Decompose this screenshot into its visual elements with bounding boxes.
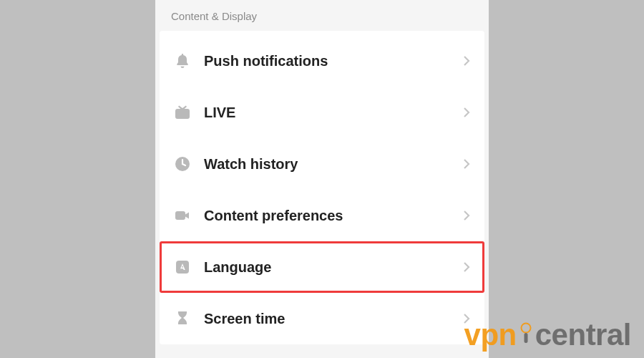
lightbulb-icon	[518, 321, 534, 349]
row-live[interactable]: LIVE	[160, 87, 484, 138]
row-label: Content preferences	[192, 208, 460, 224]
chevron-right-icon	[460, 106, 473, 119]
language-icon	[172, 257, 192, 277]
chevron-right-icon	[460, 312, 473, 325]
section-header-content-display: Content & Display	[155, 0, 489, 25]
row-screen-time[interactable]: Screen time	[160, 293, 484, 344]
watermark-part-central: central	[535, 318, 631, 352]
row-content-preferences[interactable]: Content preferences	[160, 190, 484, 241]
video-icon	[172, 205, 192, 226]
settings-panel: Push notifications LIVE Watch history	[160, 31, 484, 344]
bell-icon	[172, 51, 192, 71]
svg-point-3	[521, 324, 530, 333]
clock-icon	[172, 154, 192, 174]
hourglass-icon	[172, 309, 192, 329]
chevron-right-icon	[460, 209, 473, 222]
tv-icon	[172, 102, 192, 122]
row-push-notifications[interactable]: Push notifications	[160, 35, 484, 87]
svg-rect-4	[524, 333, 527, 343]
row-label: Watch history	[192, 156, 460, 173]
chevron-right-icon	[460, 54, 473, 67]
row-label: LIVE	[192, 105, 460, 121]
row-label: Language	[192, 259, 460, 276]
watermark-vpncentral: vpn central	[464, 318, 631, 352]
row-label: Push notifications	[192, 53, 460, 69]
chevron-right-icon	[460, 158, 473, 170]
svg-rect-1	[175, 211, 185, 220]
chevron-right-icon	[460, 261, 473, 274]
row-label: Screen time	[192, 311, 460, 327]
svg-rect-2	[176, 261, 189, 274]
settings-screen: Content & Display Push notifications LIV…	[155, 0, 489, 358]
row-watch-history[interactable]: Watch history	[160, 138, 484, 190]
row-language[interactable]: Language	[160, 241, 484, 293]
